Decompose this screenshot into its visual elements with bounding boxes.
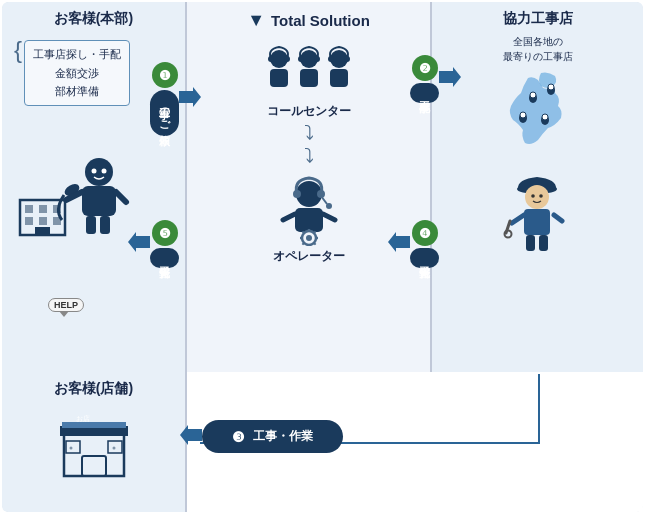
call-center-label: コールセンター xyxy=(195,103,422,120)
logo-shield-icon: ▼ xyxy=(247,10,265,31)
step5-arrow-left xyxy=(128,232,150,256)
svg-line-39 xyxy=(302,231,303,232)
step2-container: ❷ 工事手配 xyxy=(410,55,439,103)
svg-rect-11 xyxy=(53,205,61,213)
svg-point-54 xyxy=(539,194,543,198)
svg-rect-5 xyxy=(86,216,96,234)
svg-point-46 xyxy=(548,84,554,90)
svg-point-31 xyxy=(326,203,332,209)
svg-point-50 xyxy=(542,114,548,120)
svg-point-26 xyxy=(328,56,334,62)
step1-arrow-right xyxy=(179,87,201,111)
step3-pill: ❸ 工事・作業 xyxy=(202,420,343,453)
worker-icon xyxy=(500,171,575,256)
svg-point-1 xyxy=(85,158,113,186)
help-bubble: HELP xyxy=(48,298,84,312)
svg-point-44 xyxy=(530,92,536,98)
svg-marker-69 xyxy=(179,87,201,107)
step4-arrow-left xyxy=(388,232,410,256)
col-right-header: 協力工事店 xyxy=(440,10,635,28)
svg-rect-17 xyxy=(270,69,288,87)
svg-rect-6 xyxy=(100,216,110,234)
svg-line-40 xyxy=(314,243,315,244)
step5-pill: 完了報告 xyxy=(150,248,179,268)
step5-container: ❺ 完了報告 xyxy=(150,220,179,268)
svg-rect-12 xyxy=(25,217,33,225)
mid-header: ▼ Total Solution xyxy=(195,10,422,31)
svg-marker-72 xyxy=(128,232,150,252)
step1-container: ❶ 工事のご依頼 xyxy=(150,62,179,136)
step5-badge: ❺ xyxy=(152,220,178,246)
col-left-header: お客様(本部) xyxy=(10,10,177,28)
svg-point-67 xyxy=(69,447,72,450)
step2-arrow-right xyxy=(439,67,461,91)
svg-rect-14 xyxy=(53,217,61,225)
brace-icon: { xyxy=(14,36,22,110)
svg-text:お店: お店 xyxy=(76,415,90,423)
vertical-line-step3 xyxy=(538,374,540,444)
col-partner-shop: 協力工事店 全国各地の最寄りの工事店 xyxy=(432,2,643,372)
svg-rect-9 xyxy=(25,205,33,213)
svg-rect-58 xyxy=(526,235,535,251)
svg-point-23 xyxy=(314,56,320,62)
svg-point-27 xyxy=(344,56,350,62)
svg-line-42 xyxy=(314,231,315,232)
building-icon xyxy=(15,185,70,240)
svg-marker-71 xyxy=(388,232,410,252)
svg-rect-10 xyxy=(39,205,47,213)
svg-rect-62 xyxy=(62,422,126,428)
step3-container: ❸ 工事・作業 xyxy=(180,420,343,453)
step2-badge: ❷ xyxy=(412,55,438,81)
col-bottom-left-header: お客様(店舗) xyxy=(10,380,177,398)
svg-point-68 xyxy=(112,447,115,450)
step3-arrow-left xyxy=(180,425,202,449)
svg-point-18 xyxy=(268,56,274,62)
svg-point-48 xyxy=(520,112,526,118)
svg-marker-73 xyxy=(180,425,202,445)
col-total-solution: ▼ Total Solution xyxy=(187,2,432,372)
col-customer-shop: お客様(店舗) お店 xyxy=(2,372,187,512)
svg-rect-64 xyxy=(66,441,80,453)
svg-rect-59 xyxy=(539,235,548,251)
shop-icon: お店 xyxy=(54,406,134,486)
japan-map-icon xyxy=(483,68,593,163)
svg-rect-25 xyxy=(330,69,348,87)
svg-rect-13 xyxy=(39,217,47,225)
svg-point-29 xyxy=(293,190,301,198)
svg-point-19 xyxy=(284,56,290,62)
step4-pill: 完了報告 xyxy=(410,248,439,268)
svg-point-34 xyxy=(306,235,312,241)
svg-rect-21 xyxy=(300,69,318,87)
col-customer-hq: お客様(本部) { 工事店探し・手配 金額交渉 部材準備 HELP xyxy=(2,2,187,372)
svg-point-2 xyxy=(91,169,96,174)
right-col-desc: 全国各地の最寄りの工事店 xyxy=(440,34,635,64)
svg-line-41 xyxy=(302,243,303,244)
svg-point-22 xyxy=(298,56,304,62)
step1-badge: ❶ xyxy=(152,62,178,88)
svg-rect-63 xyxy=(82,456,106,476)
chevron-down-icon: ⤵⤵ xyxy=(195,122,422,168)
svg-rect-55 xyxy=(524,209,550,235)
call-center-icon xyxy=(259,41,359,101)
svg-point-53 xyxy=(531,194,535,198)
svg-point-3 xyxy=(101,169,106,174)
step4-badge: ❹ xyxy=(412,220,438,246)
svg-marker-70 xyxy=(439,67,461,87)
svg-rect-32 xyxy=(295,208,323,232)
step1-pill: 工事のご依頼 xyxy=(150,90,179,136)
service-list: 工事店探し・手配 金額交渉 部材準備 xyxy=(24,40,130,106)
top-section: お客様(本部) { 工事店探し・手配 金額交渉 部材準備 HELP xyxy=(2,2,643,372)
mid-col-title: Total Solution xyxy=(271,12,370,29)
svg-rect-15 xyxy=(35,227,50,235)
operator-icon xyxy=(269,176,349,246)
svg-point-52 xyxy=(525,185,549,209)
step2-pill: 工事手配 xyxy=(410,83,439,103)
step4-container: ❹ 完了報告 xyxy=(410,220,439,268)
svg-rect-4 xyxy=(82,186,116,216)
